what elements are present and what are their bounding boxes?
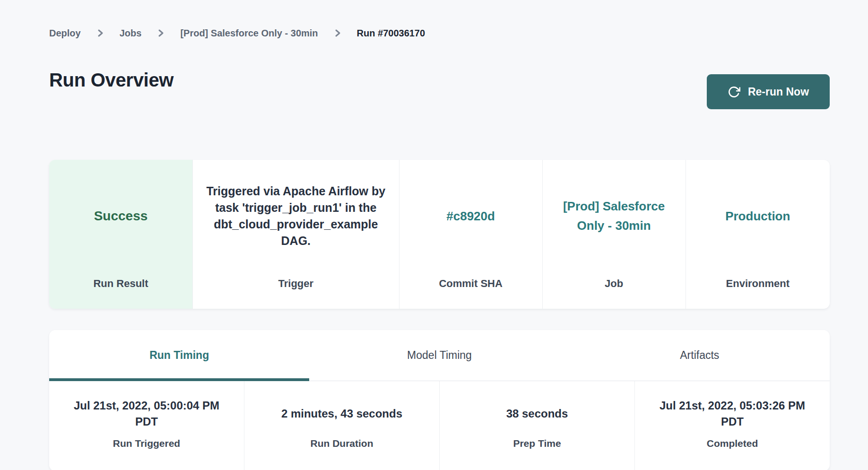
prep-time-label: Prep Time bbox=[440, 438, 634, 470]
completed-card: Jul 21st, 2022, 05:03:26 PM PDT Complete… bbox=[634, 381, 830, 470]
run-triggered-value: Jul 21st, 2022, 05:00:04 PM PDT bbox=[61, 398, 232, 430]
page-title: Run Overview bbox=[49, 69, 174, 91]
commit-sha-link[interactable]: #c8920d bbox=[446, 207, 495, 226]
completed-value: Jul 21st, 2022, 05:03:26 PM PDT bbox=[647, 398, 817, 430]
chevron-right-icon bbox=[334, 28, 341, 38]
breadcrumb: Deploy Jobs [Prod] Salesforce Only - 30m… bbox=[49, 26, 830, 40]
run-triggered-label: Run Triggered bbox=[49, 438, 244, 470]
rerun-now-button[interactable]: Re-run Now bbox=[707, 74, 830, 109]
trigger-label: Trigger bbox=[193, 278, 399, 309]
breadcrumb-job-name[interactable]: [Prod] Salesforce Only - 30min bbox=[180, 28, 318, 39]
breadcrumb-current-run: Run #70036170 bbox=[357, 28, 425, 39]
run-overview-page: Deploy Jobs [Prod] Salesforce Only - 30m… bbox=[49, 0, 830, 470]
run-details-panel: Run Timing Model Timing Artifacts Jul 21… bbox=[49, 330, 830, 470]
run-timing-panel: Jul 21st, 2022, 05:00:04 PM PDT Run Trig… bbox=[49, 381, 830, 470]
trigger-card: Triggered via Apache Airflow by task 'tr… bbox=[192, 160, 399, 309]
run-result-value: Success bbox=[94, 209, 148, 224]
chevron-right-icon bbox=[97, 28, 104, 38]
completed-label: Completed bbox=[635, 438, 830, 470]
breadcrumb-jobs[interactable]: Jobs bbox=[120, 28, 142, 39]
environment-card: Production Environment bbox=[686, 160, 830, 309]
rerun-now-label: Re-run Now bbox=[748, 86, 809, 98]
header-row: Run Overview Re-run Now bbox=[49, 69, 830, 109]
job-link[interactable]: [Prod] Salesforce Only - 30min bbox=[562, 197, 666, 235]
breadcrumb-deploy[interactable]: Deploy bbox=[49, 28, 81, 39]
job-card: [Prod] Salesforce Only - 30min Job bbox=[542, 160, 686, 309]
tab-model-timing[interactable]: Model Timing bbox=[309, 330, 569, 381]
run-result-card: Success Run Result bbox=[49, 160, 192, 309]
refresh-cw-icon bbox=[728, 86, 740, 98]
commit-sha-card: #c8920d Commit SHA bbox=[399, 160, 542, 309]
run-triggered-card: Jul 21st, 2022, 05:00:04 PM PDT Run Trig… bbox=[49, 381, 244, 470]
environment-link[interactable]: Production bbox=[725, 207, 790, 226]
run-result-label: Run Result bbox=[49, 278, 192, 309]
run-duration-value: 2 minutes, 43 seconds bbox=[281, 406, 402, 422]
prep-time-value: 38 seconds bbox=[506, 406, 568, 422]
commit-sha-label: Commit SHA bbox=[399, 278, 542, 309]
tab-artifacts[interactable]: Artifacts bbox=[570, 330, 830, 381]
prep-time-card: 38 seconds Prep Time bbox=[439, 381, 634, 470]
tab-bar: Run Timing Model Timing Artifacts bbox=[49, 330, 830, 381]
environment-label: Environment bbox=[686, 278, 830, 309]
tab-run-timing[interactable]: Run Timing bbox=[49, 330, 309, 381]
trigger-value: Triggered via Apache Airflow by task 'tr… bbox=[203, 183, 389, 249]
chevron-right-icon bbox=[157, 28, 164, 38]
run-summary-card-row: Success Run Result Triggered via Apache … bbox=[49, 160, 830, 309]
job-label: Job bbox=[543, 278, 686, 309]
run-duration-card: 2 minutes, 43 seconds Run Duration bbox=[244, 381, 439, 470]
run-duration-label: Run Duration bbox=[244, 438, 439, 470]
